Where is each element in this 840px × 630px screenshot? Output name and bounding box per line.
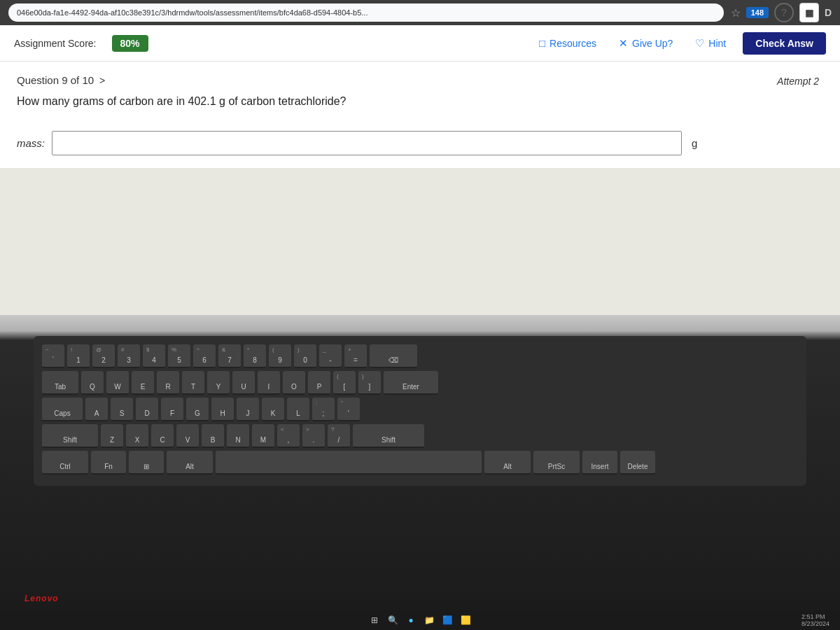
taskbar-app-icon[interactable]: 🟦 [440, 613, 454, 627]
question-section: Question 9 of 10 > Attempt 2 How many gr… [0, 62, 840, 168]
key-quote[interactable]: "' [337, 398, 360, 421]
question-number: Question 9 of 10 [17, 74, 94, 86]
give-up-button[interactable]: ✕ Give Up? [613, 34, 678, 52]
hint-label: Hint [708, 38, 726, 49]
key-f[interactable]: F [161, 398, 183, 421]
key-h[interactable]: H [211, 398, 234, 421]
key-rbracket[interactable]: }] [358, 371, 381, 395]
check-answer-button[interactable]: Check Answ [743, 32, 826, 55]
key-a[interactable]: A [85, 398, 108, 421]
key-caps-lock[interactable]: Caps [42, 398, 83, 421]
key-shift-right[interactable]: Shift [353, 424, 424, 448]
key-u[interactable]: U [232, 371, 255, 395]
question-text: How many grams of carbon are in 402.1 g … [17, 93, 823, 110]
key-s[interactable]: S [111, 398, 133, 421]
key-n[interactable]: N [227, 424, 249, 448]
main-container: 046e00da-fa1e-4492-94da-af10c38e391c/3/h… [0, 0, 840, 630]
key-fn[interactable]: Fn [91, 451, 126, 475]
key-6[interactable]: ^6 [193, 344, 216, 368]
key-g[interactable]: G [186, 398, 209, 421]
star-icon[interactable]: ☆ [731, 6, 741, 20]
page-background [0, 168, 840, 315]
give-up-label: Give Up? [632, 38, 673, 49]
key-y[interactable]: Y [207, 371, 230, 395]
keyboard-row-3: Caps A S D F G H J K L :; "' [42, 398, 798, 421]
taskbar-time: 2:51 PM 8/23/2024 [802, 613, 830, 627]
key-ctrl-left[interactable]: Ctrl [42, 451, 88, 475]
key-enter[interactable]: Enter [384, 371, 438, 395]
profile-initial[interactable]: D [825, 7, 832, 18]
answer-input-row: mass: g [17, 131, 823, 155]
calendar-icon[interactable]: ▦ [799, 3, 819, 22]
taskbar-browser-icon[interactable]: ● [404, 613, 418, 627]
laptop-body: ~` !1 @2 #3 $4 %5 ^6 &7 *8 (9 )0 _- += ⌫… [0, 315, 840, 630]
key-t[interactable]: T [182, 371, 204, 395]
key-b[interactable]: B [202, 424, 224, 448]
key-alt-right[interactable]: Alt [484, 451, 531, 475]
hint-button[interactable]: ♡ Hint [690, 34, 732, 52]
key-semicolon[interactable]: :; [312, 398, 335, 421]
key-q[interactable]: Q [81, 371, 104, 395]
taskbar-file-icon[interactable]: 📁 [422, 613, 436, 627]
key-j[interactable]: J [237, 398, 259, 421]
key-e[interactable]: E [132, 371, 154, 395]
key-w[interactable]: W [106, 371, 129, 395]
key-equals[interactable]: += [344, 344, 367, 368]
key-5[interactable]: %5 [168, 344, 190, 368]
key-l[interactable]: L [287, 398, 309, 421]
key-z[interactable]: Z [101, 424, 123, 448]
mass-input[interactable] [52, 131, 682, 155]
key-period[interactable]: >. [302, 424, 325, 448]
web-content: Assignment Score: 80% □ Resources ✕ Give… [0, 25, 840, 315]
key-7[interactable]: &7 [218, 344, 241, 368]
key-shift-left[interactable]: Shift [42, 424, 98, 448]
key-minus[interactable]: _- [319, 344, 342, 368]
key-2[interactable]: @2 [92, 344, 115, 368]
key-c[interactable]: C [151, 424, 174, 448]
key-backtick[interactable]: ~` [42, 344, 64, 368]
taskbar-search-icon[interactable]: 🔍 [386, 613, 400, 627]
extension-badge[interactable]: 148 [746, 7, 769, 18]
key-4[interactable]: $4 [143, 344, 165, 368]
key-m[interactable]: M [252, 424, 274, 448]
web-toolbar: Assignment Score: 80% □ Resources ✕ Give… [0, 25, 840, 62]
key-x[interactable]: X [126, 424, 148, 448]
keyboard-row-4: Shift Z X C V B N M <, >. ?/ Shift [42, 424, 798, 448]
help-icon[interactable]: ? [774, 3, 794, 22]
key-prtsc[interactable]: PrtSc [533, 451, 580, 475]
assignment-score-label: Assignment Score: [14, 38, 97, 49]
key-i[interactable]: I [258, 371, 280, 395]
key-alt-left[interactable]: Alt [167, 451, 213, 475]
key-tab[interactable]: Tab [42, 371, 78, 395]
key-comma[interactable]: <, [277, 424, 300, 448]
key-r[interactable]: R [157, 371, 179, 395]
key-9[interactable]: (9 [269, 344, 291, 368]
date-display: 8/23/2024 [802, 620, 830, 627]
key-insert[interactable]: Insert [582, 451, 617, 475]
taskbar-app2-icon[interactable]: 🟨 [458, 613, 472, 627]
key-lbracket[interactable]: {[ [333, 371, 356, 395]
key-8[interactable]: *8 [244, 344, 266, 368]
unit-label: g [692, 137, 697, 149]
key-win[interactable]: ⊞ [129, 451, 164, 475]
key-o[interactable]: O [283, 371, 305, 395]
key-space[interactable] [216, 451, 482, 475]
taskbar-windows-icon[interactable]: ⊞ [368, 613, 382, 627]
give-up-icon: ✕ [619, 37, 628, 50]
key-delete[interactable]: Delete [620, 451, 655, 475]
key-3[interactable]: #3 [118, 344, 140, 368]
key-p[interactable]: P [308, 371, 330, 395]
key-d[interactable]: D [136, 398, 158, 421]
key-k[interactable]: K [262, 398, 284, 421]
key-slash[interactable]: ?/ [328, 424, 350, 448]
key-v[interactable]: V [176, 424, 199, 448]
url-text: 046e00da-fa1e-4492-94da-af10c38e391c/3/h… [17, 8, 368, 17]
key-0[interactable]: )0 [294, 344, 316, 368]
key-backspace[interactable]: ⌫ [370, 344, 417, 368]
resources-button[interactable]: □ Resources [533, 34, 602, 52]
key-1[interactable]: !1 [67, 344, 90, 368]
address-bar[interactable]: 046e00da-fa1e-4492-94da-af10c38e391c/3/h… [8, 4, 724, 22]
question-nav: Question 9 of 10 > [17, 74, 823, 86]
time-display: 2:51 PM [802, 613, 830, 620]
next-question-button[interactable]: > [99, 75, 105, 86]
